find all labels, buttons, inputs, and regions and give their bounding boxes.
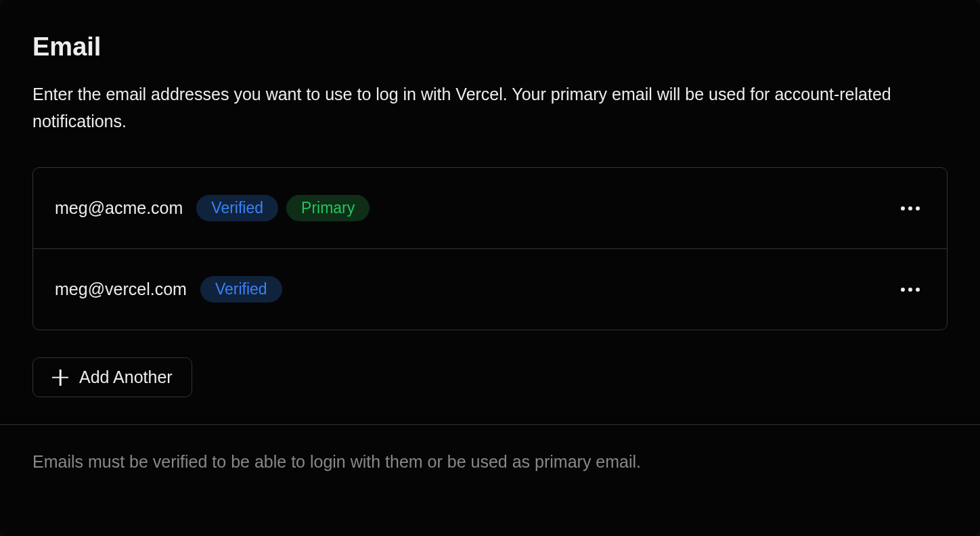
email-list: meg@acme.com Verified Primary meg@vercel… [32, 167, 948, 330]
card-header: Email Enter the email addresses you want… [0, 0, 980, 135]
email-address: meg@acme.com [55, 198, 183, 218]
add-another-label: Add Another [79, 367, 173, 387]
more-icon [901, 206, 920, 210]
verified-badge: Verified [200, 276, 282, 303]
section-description: Enter the email addresses you want to us… [32, 81, 948, 135]
plus-icon [52, 370, 68, 386]
footer-note: Emails must be verified to be able to lo… [32, 452, 948, 472]
card-footer: Emails must be verified to be able to lo… [0, 424, 980, 499]
email-address: meg@vercel.com [55, 280, 187, 299]
more-options-button[interactable] [895, 201, 925, 216]
primary-badge: Primary [286, 195, 370, 221]
more-options-button[interactable] [895, 282, 925, 297]
email-row: meg@acme.com Verified Primary [33, 168, 947, 249]
add-another-button[interactable]: Add Another [32, 357, 192, 397]
badge-group: Verified Primary [196, 195, 895, 221]
badge-group: Verified [200, 276, 895, 303]
section-title: Email [32, 32, 948, 62]
email-row: meg@vercel.com Verified [33, 249, 947, 330]
email-settings-card: Email Enter the email addresses you want… [0, 0, 980, 536]
more-icon [901, 288, 920, 292]
verified-badge: Verified [196, 195, 278, 221]
